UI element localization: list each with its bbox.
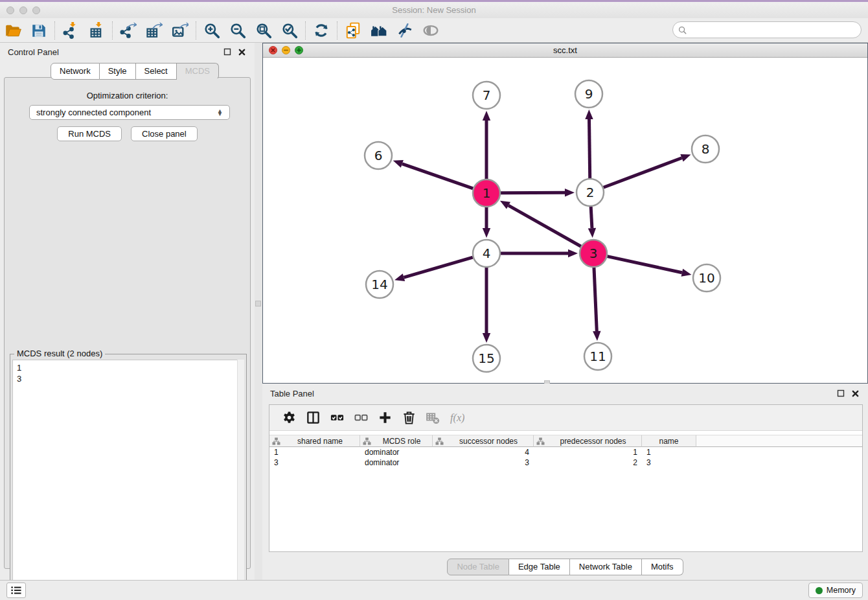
import-table-button[interactable]: [84, 20, 109, 41]
copy-network-button[interactable]: [340, 20, 366, 41]
panel-divider[interactable]: [255, 43, 262, 580]
table-panel-header: Table Panel: [262, 384, 868, 403]
column-header-label: shared name: [280, 437, 360, 446]
zoom-fit-button[interactable]: [251, 20, 277, 41]
app-titlebar: Session: New Session: [0, 2, 868, 18]
table-row[interactable]: 3dominator323: [269, 457, 862, 468]
node-label-11: 11: [589, 349, 606, 364]
table-settings-icon: [282, 410, 297, 425]
open-file-button[interactable]: [0, 20, 26, 41]
network-window-titlebar[interactable]: scc.txt: [263, 43, 867, 58]
close-panel-button[interactable]: Close panel: [131, 126, 198, 141]
column-header-name[interactable]: name: [642, 435, 696, 447]
save-session-icon: [30, 22, 47, 39]
hide-details-button[interactable]: [392, 20, 418, 41]
edge-3-10[interactable]: [607, 257, 681, 273]
import-network-icon: [62, 22, 79, 39]
control-panel-title: Control Panel: [8, 47, 59, 57]
table-cell[interactable]: 3: [642, 457, 696, 468]
table-row[interactable]: 1dominator411: [269, 447, 862, 457]
edge-arrowhead: [483, 333, 490, 343]
search-box[interactable]: [672, 21, 862, 38]
table-cell[interactable]: 4: [433, 447, 534, 457]
split-columns-button[interactable]: [301, 408, 325, 428]
edge-2-9[interactable]: [589, 119, 590, 178]
column-header-successor-nodes[interactable]: successor nodes: [433, 435, 534, 447]
add-column-button[interactable]: [373, 408, 397, 428]
clear-column-selection-button[interactable]: [349, 408, 373, 428]
refresh-button[interactable]: [308, 20, 334, 41]
status-bar: Memory: [0, 580, 868, 600]
save-session-button[interactable]: [26, 20, 52, 41]
table-cell[interactable]: 3: [433, 457, 534, 468]
select-all-columns-icon: [330, 410, 345, 425]
tab-mcds[interactable]: MCDS: [177, 63, 219, 80]
network-view-window: scc.txt 1234678910111415: [262, 43, 868, 384]
column-header-label: predecessor nodes: [545, 437, 641, 446]
divider-grip[interactable]: [255, 301, 261, 306]
split-columns-icon: [306, 410, 321, 425]
edge-1-6[interactable]: [402, 164, 473, 189]
zoom-out-button[interactable]: [225, 20, 251, 41]
export-table-button[interactable]: [141, 20, 167, 41]
table-cell[interactable]: 2: [534, 457, 642, 468]
column-header-label: name: [642, 437, 696, 446]
edge-3-11[interactable]: [594, 268, 597, 331]
mcds-result-scrollbar[interactable]: [237, 360, 244, 594]
network-canvas[interactable]: 1234678910111415: [263, 58, 867, 383]
select-all-columns-button[interactable]: [325, 408, 349, 428]
delete-table-disabled-button: [421, 408, 445, 428]
float-panel-icon[interactable]: [222, 47, 233, 57]
control-panel: Control Panel NetworkStyleSelectMCDS Opt…: [0, 43, 255, 570]
table-cell[interactable]: dominator: [360, 447, 433, 457]
close-panel-icon[interactable]: [236, 47, 247, 57]
column-header-shared-name[interactable]: shared name: [269, 435, 360, 447]
memory-button[interactable]: Memory: [808, 583, 863, 598]
table-cell[interactable]: 3: [269, 457, 360, 468]
column-header-MCDS-role[interactable]: MCDS role: [360, 435, 433, 447]
tab-edge-table[interactable]: Edge Table: [509, 559, 570, 575]
run-mcds-button[interactable]: Run MCDS: [57, 126, 122, 141]
edge-2-3[interactable]: [591, 207, 592, 228]
edge-1-2[interactable]: [501, 192, 565, 193]
zoom-selected-button[interactable]: [277, 20, 303, 41]
column-header-filler: [696, 435, 862, 447]
table-cell[interactable]: 1: [642, 447, 696, 457]
tab-select[interactable]: Select: [136, 63, 177, 80]
search-input[interactable]: [690, 23, 861, 36]
table-cell[interactable]: 1: [534, 447, 642, 457]
mcds-result-text[interactable]: 1 3: [12, 360, 244, 594]
memory-status-icon: [816, 587, 823, 594]
table-cell[interactable]: dominator: [360, 457, 433, 468]
refresh-icon: [313, 22, 330, 39]
table-cell[interactable]: 1: [269, 447, 360, 457]
edge-4-14[interactable]: [404, 257, 472, 277]
first-neighbors-button[interactable]: [366, 20, 392, 41]
export-network-button[interactable]: [115, 20, 141, 41]
zoom-fit-icon: [255, 22, 272, 39]
tab-network-table[interactable]: Network Table: [570, 559, 642, 575]
node-label-10: 10: [698, 270, 714, 286]
first-neighbors-icon: [371, 22, 387, 39]
import-network-button[interactable]: [58, 20, 84, 41]
toolbar-separator: [112, 21, 113, 40]
tab-node-table[interactable]: Node Table: [447, 559, 509, 575]
task-history-button[interactable]: [6, 583, 26, 598]
close-table-panel-icon[interactable]: [850, 388, 860, 398]
optimization-criterion-select[interactable]: strongly connected component ▲▼: [29, 105, 230, 120]
edge-arrowhead: [593, 331, 600, 341]
node-table: shared nameMCDS rolesuccessor nodesprede…: [269, 435, 862, 468]
control-panel-tabs: NetworkStyleSelectMCDS: [51, 63, 219, 80]
zoom-in-button[interactable]: [199, 20, 225, 41]
tab-network[interactable]: Network: [51, 63, 100, 80]
edge-2-8[interactable]: [604, 158, 682, 188]
export-image-button[interactable]: [167, 20, 193, 41]
tab-motifs[interactable]: Motifs: [642, 559, 683, 575]
show-details-disabled-icon: [422, 22, 439, 39]
float-table-panel-icon[interactable]: [836, 388, 846, 398]
edge-3-1[interactable]: [508, 205, 581, 246]
delete-column-button[interactable]: [397, 408, 421, 428]
column-header-predecessor-nodes[interactable]: predecessor nodes: [534, 435, 642, 447]
table-settings-button[interactable]: [277, 408, 301, 428]
tab-style[interactable]: Style: [100, 63, 136, 80]
